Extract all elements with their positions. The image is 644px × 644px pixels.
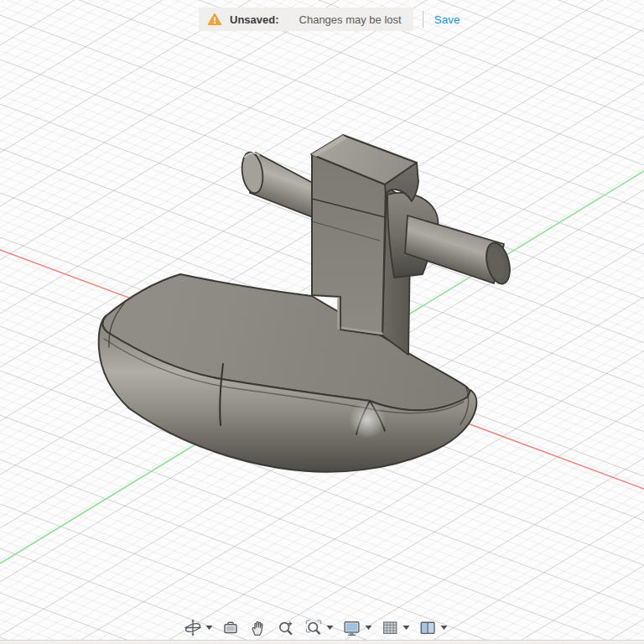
unsaved-message: Changes may be lost <box>299 13 402 26</box>
navigation-toolbar <box>182 617 449 638</box>
base-corner-highlight <box>349 402 386 439</box>
fit-caret[interactable] <box>327 626 334 630</box>
warning-icon <box>207 13 222 26</box>
orbit-icon <box>184 618 203 637</box>
look-at-button[interactable] <box>220 617 242 638</box>
model-body[interactable] <box>99 135 514 472</box>
bottom-edge-strip <box>0 640 644 644</box>
display-settings-button[interactable] <box>340 617 374 638</box>
display-settings-caret[interactable] <box>366 626 372 630</box>
fit-button[interactable] <box>303 617 335 638</box>
grid-and-snaps-button[interactable] <box>379 617 412 638</box>
grid-icon <box>381 618 400 637</box>
viewports-caret[interactable] <box>441 626 448 630</box>
save-button[interactable]: Save <box>434 13 460 26</box>
display-monitor-icon <box>342 618 362 637</box>
zoom-button[interactable] <box>275 617 298 638</box>
viewports-icon <box>418 618 438 637</box>
zoom-magnifier-icon <box>277 618 296 637</box>
orbit-button[interactable] <box>182 617 215 638</box>
viewport-canvas[interactable] <box>0 0 644 644</box>
banner-divider <box>423 11 423 28</box>
orbit-caret[interactable] <box>206 626 213 630</box>
fit-view-icon <box>304 618 324 637</box>
unsaved-banner-panel: Unsaved: Changes may be lost <box>199 8 413 31</box>
grid-and-snaps-caret[interactable] <box>403 626 410 630</box>
look-at-icon <box>221 618 241 637</box>
pan-button[interactable] <box>247 617 270 638</box>
unsaved-banner: Unsaved: Changes may be lost Save <box>199 8 460 31</box>
viewports-button[interactable] <box>417 617 449 638</box>
unsaved-label: Unsaved: <box>230 13 279 26</box>
pan-hand-icon <box>249 618 268 637</box>
